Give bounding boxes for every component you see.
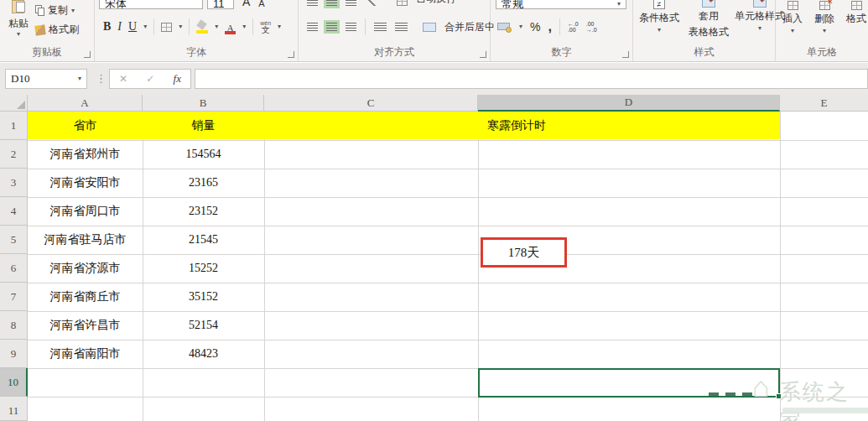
increase-indent-icon[interactable] [395,23,408,31]
insert-cells-button[interactable]: 插入 ▾ [782,0,803,34]
decrease-indent-icon[interactable] [374,23,387,31]
countdown-textbox[interactable]: 178天 [481,237,567,268]
cell-a3[interactable]: 河南省安阳市 [28,169,143,197]
borders-icon[interactable] [161,23,172,32]
cell-b5[interactable]: 21545 [143,226,264,254]
italic-button[interactable]: I [117,20,122,34]
format-painter-button[interactable]: 格式刷 [35,23,79,37]
cell-a4[interactable]: 河南省周口市 [28,197,143,226]
cell-b7[interactable]: 35152 [143,283,264,311]
clipboard-dialog-launcher[interactable] [84,51,91,58]
cell-a6[interactable]: 河南省济源市 [28,254,143,283]
cell-b9[interactable]: 48423 [143,340,264,368]
font-name-combobox[interactable]: 宋体 [99,0,203,9]
align-left-icon[interactable] [307,23,318,31]
number-format-combobox[interactable]: 常规 ▾ [496,0,626,9]
name-box[interactable]: D10 ▾ [5,69,87,89]
conditional-format-button[interactable]: ≠ 条件格式 ▾ [637,0,682,34]
row-header-3[interactable]: 3 [0,169,28,197]
fill-handle[interactable] [776,393,782,399]
number-format-value: 常规 [502,0,523,9]
copy-button[interactable]: 复制 ▾ [35,3,75,18]
cell-a1[interactable]: 省市 [28,112,143,140]
column-header-a[interactable]: A [28,95,143,112]
copy-dropdown-arrow[interactable]: ▾ [71,8,75,14]
fill-color-button[interactable] [196,20,208,34]
cell-a7[interactable]: 河南省商丘市 [28,283,143,311]
font-color-button[interactable]: A [225,20,236,34]
column-header-d-selected[interactable]: D [478,95,780,112]
formula-bar-resize-handle[interactable]: ⋮ [96,70,107,87]
comma-style-button[interactable]: , [548,19,551,34]
delete-cells-button[interactable]: ✕ 删除 ▾ [814,0,834,34]
row-header-7[interactable]: 7 [0,283,28,311]
row-header-4[interactable]: 4 [0,197,28,226]
accounting-dropdown-arrow[interactable]: ▾ [519,23,522,30]
column-header-b[interactable]: B [143,95,264,112]
clipboard-group: 粘贴 ▾ 复制 ▾ 格式刷 剪贴板 [0,0,95,62]
increase-decimal-button[interactable]: ←.0 .00 [568,21,579,33]
paste-button[interactable]: 粘贴 ▾ [3,0,34,47]
row-header-1[interactable]: 1 [0,112,28,140]
orientation-icon[interactable] [365,0,377,6]
bold-button[interactable]: B [103,20,111,34]
cell-b8[interactable]: 52154 [143,311,264,340]
cancel-icon[interactable]: ✕ [119,73,127,85]
copy-icon [35,5,44,16]
select-all-corner[interactable] [0,95,28,112]
font-dialog-launcher[interactable] [288,51,294,58]
decrease-decimal-button[interactable]: .00 →.0 [586,21,597,33]
format-cells-label: 格式 [846,12,866,26]
styles-group: ≠ 条件格式 ▾ 套用 表格格式 单元格样式 ▾ [633,0,776,62]
cell-a9[interactable]: 河南省南阳市 [28,340,143,368]
wrap-text-label[interactable]: 自动换行 [416,0,456,6]
row-header-5[interactable]: 5 [0,226,28,254]
row-header-8[interactable]: 8 [0,311,28,340]
name-box-dropdown-arrow[interactable]: ▾ [78,75,81,82]
row-header-2[interactable]: 2 [0,140,28,169]
formula-input[interactable] [195,69,868,89]
underline-button[interactable]: U [128,20,137,34]
cell-b4[interactable]: 23152 [143,197,264,226]
enter-icon[interactable]: ✓ [146,73,154,85]
horizontal-align-row: 合并后居中 ▾ [307,17,507,37]
cell-b6[interactable]: 15252 [143,254,264,283]
align-bottom-icon[interactable] [346,0,356,6]
column-header-e[interactable]: E [780,95,868,112]
phonetic-dropdown-arrow[interactable]: ▾ [278,23,281,30]
align-center-icon[interactable] [326,23,337,31]
format-as-table-button[interactable]: 套用 表格格式 [687,0,730,39]
insert-function-icon[interactable]: fx [174,72,181,86]
paste-dropdown-arrow[interactable]: ▾ [3,31,34,38]
cell-b2[interactable]: 154564 [143,140,264,169]
align-right-icon[interactable] [346,23,356,31]
cell-a5[interactable]: 河南省驻马店市 [28,226,143,254]
cell-d1[interactable]: 寒露倒计时 [487,112,546,140]
alignment-dialog-launcher[interactable] [480,51,486,58]
fill-color-dropdown-arrow[interactable]: ▾ [215,23,218,30]
borders-dropdown-arrow[interactable]: ▾ [179,23,182,30]
align-top-icon[interactable] [307,0,318,6]
format-cells-button[interactable]: 格式 [846,0,866,26]
number-dialog-launcher[interactable] [622,51,629,58]
row-header-11[interactable]: 11 [0,397,28,421]
percent-style-button[interactable]: % [530,20,540,34]
grow-font-button[interactable]: A [242,0,250,8]
row-header-10-selected[interactable]: 10 [0,368,28,397]
row-header-9[interactable]: 9 [0,340,28,368]
merge-center-label[interactable]: 合并后居中 [444,20,495,34]
shrink-font-button[interactable]: A [258,0,264,8]
column-header-c[interactable]: C [264,95,478,112]
font-color-dropdown-arrow[interactable]: ▾ [242,23,246,30]
cell-a2[interactable]: 河南省郑州市 [28,140,143,169]
selected-cell-d10[interactable] [478,368,780,398]
cell-b1[interactable]: 销量 [143,112,264,140]
underline-dropdown-arrow[interactable]: ▾ [143,23,147,30]
cell-b3[interactable]: 23165 [143,169,264,197]
font-size-combobox[interactable]: 11 [207,0,234,9]
align-middle-icon[interactable] [326,0,337,6]
phonetic-guide-button[interactable]: wén 文 [260,20,271,34]
row-header-6[interactable]: 6 [0,254,28,283]
accounting-format-icon[interactable] [497,22,512,33]
cell-a8[interactable]: 河南省许昌市 [28,311,143,340]
